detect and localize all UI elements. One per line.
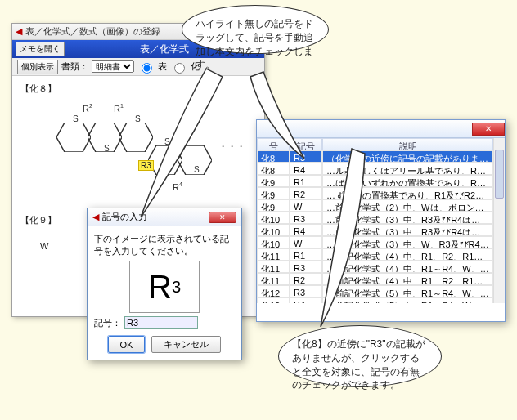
table-cell[interactable]: 化9 [257,175,290,187]
main-title: 表／化学式／数式（画像）の登録 [25,25,160,38]
table-cell[interactable]: 化9 [257,199,290,212]
dialog-body: 下のイメージに表示されている記号を入力してください。 R3 記号： OK キャン… [88,226,241,360]
triangle-icon: ◀ [16,26,22,37]
scrollbar[interactable] [493,138,505,303]
table-cell[interactable]: 化10 [257,224,290,236]
table-cell[interactable]: 化10 [257,212,290,224]
field-label: 記号： [94,317,121,329]
symbol-preview: R3 [129,261,200,313]
callout-tail [294,145,393,333]
table-cell[interactable]: 化11 [257,248,290,261]
memo-button[interactable]: メモを開く [16,42,65,56]
scrollbar-thumb[interactable] [495,150,504,199]
s-label: S [104,144,110,153]
table-cell[interactable]: 化11 [257,261,290,273]
kobetsu-button[interactable]: 個別表示 [17,60,58,74]
callout-2: 【化8】の近傍に"R3"の記載がありませんが、クリックすると全文を対象に、記号の… [278,325,466,387]
symbol-input-dialog: ◀ 記号の入力 ✕ 下のイメージに表示されている記号を入力してください。 R3 … [87,208,242,360]
r2-label: R2 [83,103,92,114]
triangle-icon: ◀ [92,212,99,222]
callout-2-text: 【化8】の近傍に"R3"の記載がありませんが、クリックすると全文を対象に、記号の… [278,325,442,387]
table-cell[interactable]: 化12 [257,297,290,303]
svg-marker-0 [56,123,91,152]
table-cell[interactable]: 化9 [257,187,290,199]
symbol-input[interactable] [124,316,198,329]
cancel-button[interactable]: キャンセル [151,336,221,353]
callout-1: ハイライト無しの記号をドラッグして、記号を手動追加し本文内をチェックします。 [182,5,345,54]
table-cell[interactable]: 化10 [257,236,290,248]
shurui-select[interactable]: 明細書 [92,60,134,73]
dialog-msg: 下のイメージに表示されている記号を入力してください。 [94,233,235,257]
callout-tail [133,62,247,226]
shurui-label: 書類： [61,60,88,73]
ok-button[interactable]: OK [108,336,146,353]
table-cell[interactable]: 化11 [257,273,290,285]
r1-label: R1 [114,103,124,114]
table-cell[interactable]: 化12 [257,285,290,297]
s-label: S [73,114,79,123]
callout-1-text: ハイライト無しの記号をドラッグして、記号を手動追加し本文内をチェックします。 [182,5,329,54]
close-icon[interactable]: ✕ [472,123,505,136]
